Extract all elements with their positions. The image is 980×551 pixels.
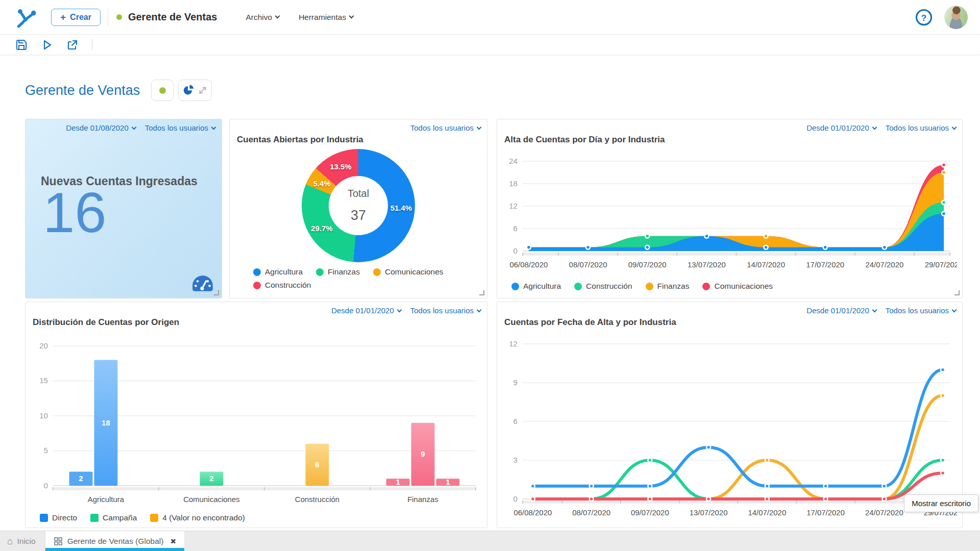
page-heading: Gerente de Ventas bbox=[25, 80, 212, 101]
filter-date[interactable]: Desde 01/01/2020 bbox=[806, 306, 876, 315]
svg-text:18: 18 bbox=[102, 418, 110, 427]
svg-text:12: 12 bbox=[509, 202, 518, 210]
dashboard-status-button[interactable] bbox=[151, 80, 174, 101]
widget-area-alta-cuentas: Desde 01/01/2020 Todos los usuarios Alta… bbox=[497, 119, 963, 298]
legend-item[interactable]: Construcción bbox=[574, 282, 632, 291]
svg-text:29/07/2020: 29/07/2020 bbox=[925, 260, 957, 269]
area-chart-canvas: 0612182406/08/202008/07/202009/07/202013… bbox=[502, 148, 957, 277]
slice-label: 13.5% bbox=[330, 162, 352, 171]
app-logo-icon[interactable] bbox=[14, 6, 38, 29]
svg-text:Agricultura: Agricultura bbox=[88, 495, 125, 504]
legend-item[interactable]: 4 (Valor no encontrado) bbox=[150, 513, 245, 522]
legend-swatch bbox=[574, 283, 582, 290]
svg-text:15: 15 bbox=[39, 376, 48, 385]
chevron-down-icon bbox=[275, 14, 280, 19]
chart-expand-button[interactable] bbox=[178, 80, 212, 101]
svg-text:?: ? bbox=[921, 13, 926, 22]
chevron-down-icon bbox=[477, 125, 482, 130]
legend-item[interactable]: Comunicaciones bbox=[373, 267, 444, 277]
run-button[interactable] bbox=[41, 39, 53, 51]
legend-swatch bbox=[316, 268, 324, 276]
svg-text:1: 1 bbox=[446, 478, 450, 486]
svg-text:17/07/2020: 17/07/2020 bbox=[806, 260, 844, 269]
user-avatar[interactable] bbox=[944, 6, 968, 29]
menu-archivo[interactable]: Archivo bbox=[246, 13, 279, 22]
legend-item[interactable]: Construcción bbox=[253, 281, 311, 290]
svg-text:9: 9 bbox=[513, 378, 518, 387]
tab-dashboard-label: Gerente de Ventas (Global) bbox=[67, 537, 164, 546]
widget-line-fecha-alta: Desde 01/01/2020 Todos los usuarios Cuen… bbox=[497, 302, 963, 528]
svg-text:10: 10 bbox=[39, 411, 48, 420]
resize-handle[interactable] bbox=[214, 290, 219, 295]
save-button[interactable] bbox=[15, 39, 28, 51]
home-icon: ⌂ bbox=[7, 536, 13, 546]
legend-item[interactable]: Directo bbox=[40, 513, 77, 522]
legend-swatch bbox=[150, 514, 158, 522]
tab-home[interactable]: ⌂ Inicio bbox=[0, 531, 45, 551]
legend-item[interactable]: Comunicaciones bbox=[702, 282, 773, 291]
filter-users[interactable]: Todos los usuarios bbox=[886, 306, 956, 315]
area-chart: 0612182406/08/202008/07/202009/07/202013… bbox=[502, 148, 957, 277]
close-tab-icon[interactable]: ✖ bbox=[170, 537, 176, 545]
svg-text:24/07/2020: 24/07/2020 bbox=[865, 260, 903, 269]
legend-swatch bbox=[373, 268, 381, 276]
filter-date-label: Desde 01/01/2020 bbox=[331, 306, 394, 315]
chevron-down-icon bbox=[952, 125, 957, 130]
svg-text:6: 6 bbox=[315, 460, 319, 469]
legend-swatch bbox=[40, 514, 48, 522]
svg-text:Finanzas: Finanzas bbox=[407, 495, 438, 504]
donut-center-label: Total bbox=[348, 188, 369, 199]
document-title: Gerente de Ventas bbox=[128, 11, 217, 23]
legend-item[interactable]: Campaña bbox=[90, 513, 137, 522]
filter-date[interactable]: Desde 01/01/2020 bbox=[331, 306, 401, 315]
widget-donut-industria: Todos los usuarios Cuentas Abiertas por … bbox=[229, 119, 487, 298]
legend-item[interactable]: Finanzas bbox=[646, 282, 690, 291]
filter-date[interactable]: Desde 01/01/2020 bbox=[806, 123, 876, 132]
chevron-down-icon bbox=[872, 308, 877, 313]
svg-text:18: 18 bbox=[509, 179, 518, 188]
svg-text:13/07/2020: 13/07/2020 bbox=[690, 508, 728, 517]
export-button[interactable] bbox=[66, 39, 79, 51]
resize-handle[interactable] bbox=[954, 290, 960, 295]
menu-herramientas[interactable]: Herramientas bbox=[299, 13, 353, 22]
legend-swatch bbox=[702, 283, 710, 290]
widget-title: Alta de Cuentas por Día y por Industria bbox=[504, 135, 665, 145]
create-button[interactable]: + Crear bbox=[51, 9, 101, 26]
legend-swatch bbox=[253, 268, 261, 276]
widget-bar-origen: Desde 01/01/2020 Todos los usuarios Dist… bbox=[25, 302, 487, 528]
help-button[interactable]: ? bbox=[915, 8, 933, 27]
donut-chart: Total 37 51.4%29.7%5.4%13.5% bbox=[230, 149, 487, 262]
legend-item[interactable]: Agricultura bbox=[253, 267, 303, 277]
svg-text:0: 0 bbox=[513, 246, 518, 255]
filter-users[interactable]: Todos los usuarios bbox=[410, 306, 481, 315]
filter-users[interactable]: Todos los usuarios bbox=[410, 123, 481, 132]
legend-item[interactable]: Finanzas bbox=[316, 267, 360, 277]
chevron-down-icon bbox=[952, 308, 957, 313]
pie-chart-icon bbox=[182, 84, 194, 96]
svg-text:14/07/2020: 14/07/2020 bbox=[747, 260, 785, 269]
widget-title: Cuentas Abiertas por Industria bbox=[237, 135, 363, 145]
chevron-down-icon bbox=[872, 125, 877, 130]
donut-center: Total 37 bbox=[329, 176, 388, 235]
menu-archivo-label: Archivo bbox=[246, 13, 272, 22]
donut-ring[interactable]: Total 37 51.4%29.7%5.4%13.5% bbox=[302, 149, 415, 262]
filter-users[interactable]: Todos los usuarios bbox=[145, 123, 215, 132]
filter-users-label: Todos los usuarios bbox=[410, 123, 474, 132]
filter-date-label: Desde 01/01/2020 bbox=[806, 123, 869, 132]
svg-text:Comunicaciones: Comunicaciones bbox=[183, 495, 240, 504]
svg-text:09/07/2020: 09/07/2020 bbox=[631, 508, 669, 517]
area-legend: AgriculturaConstrucciónFinanzasComunicac… bbox=[511, 282, 786, 291]
tab-dashboard-active[interactable]: Gerente de Ventas (Global) ✖ bbox=[45, 531, 184, 551]
filter-users[interactable]: Todos los usuarios bbox=[886, 123, 956, 132]
resize-handle[interactable] bbox=[479, 290, 484, 295]
svg-text:6: 6 bbox=[513, 417, 518, 425]
create-button-label: Crear bbox=[70, 13, 91, 22]
svg-text:0: 0 bbox=[44, 481, 48, 490]
chevron-down-icon bbox=[477, 308, 482, 313]
filter-date[interactable]: Desde 01/08/2020 bbox=[66, 123, 136, 132]
show-desktop-tooltip: Mostrar escritorio bbox=[904, 494, 978, 512]
widget-title: Distribución de Cuentas por Origen bbox=[33, 317, 179, 328]
toolbar-divider bbox=[92, 39, 92, 51]
legend-item[interactable]: Agricultura bbox=[511, 282, 561, 291]
bar-legend: DirectoCampaña4 (Valor no encontrado) bbox=[40, 513, 258, 522]
